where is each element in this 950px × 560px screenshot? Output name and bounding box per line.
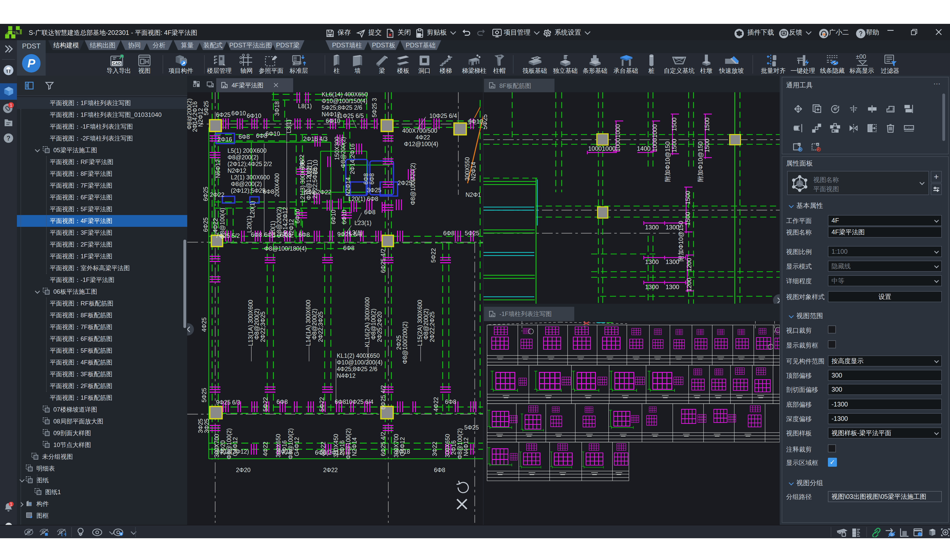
svg-text:6Φ25 4/2: 6Φ25 4/2 [380,432,387,456]
svg-text:(2Φ12);5Φ25: (2Φ12);5Φ25 [231,187,265,194]
svg-text:2Φ16 4/3: 2Φ16 4/3 [303,135,327,142]
svg-text:G4Φ12: G4Φ12 [293,437,300,456]
svg-text:1500: 1500 [684,212,691,226]
svg-text:Φ8@100Ø20(2): Φ8@100Ø20(2) [410,163,416,205]
svg-text:6Φ8: 6Φ8 [263,188,274,195]
svg-text:1400: 1400 [637,145,651,152]
svg-text:1200: 1200 [686,258,692,272]
svg-text:9Φ25 6/3: 9Φ25 6/3 [337,231,362,238]
svg-text:Φ10@100/200(4): Φ10@100/200(4) [337,359,382,366]
svg-text:L23(1): L23(1) [355,220,372,226]
svg-text:3Φ25: 3Φ25 [367,187,381,194]
svg-text:L20(1): L20(1) [249,201,256,218]
svg-text:L8(1): L8(1) [298,103,312,109]
svg-text:L13(1A) 300X600: L13(1A) 300X600 [247,300,254,346]
svg-text:5Φ25: 5Φ25 [201,388,208,402]
svg-text:1500: 1500 [703,139,711,152]
svg-text:Φ8@200(2): Φ8@200(2) [228,154,259,161]
svg-text:5Φ25: 5Φ25 [203,101,210,115]
svg-text:1500: 1500 [671,139,678,152]
svg-text:10Φ25 6/4: 10Φ25 6/4 [346,398,373,405]
svg-text:CAD: CAD [113,61,121,66]
svg-text:1000: 1000 [651,124,658,138]
svg-text:5Φ25: 5Φ25 [464,424,479,431]
svg-text:3Φ25: 3Φ25 [204,418,210,433]
svg-text:2Φ22;3Φ25: 2Φ22;3Φ25 [317,311,324,342]
svg-text:4Φ25;8Φ25 2/6: 4Φ25;8Φ25 2/6 [337,366,377,372]
svg-text:9Φ25 6/3: 9Φ25 6/3 [216,399,240,406]
svg-text:6Φ25: 6Φ25 [216,111,231,118]
svg-text:6Φ10: 6Φ10 [294,209,301,223]
svg-text:Φ8@100(4): Φ8@100(4) [219,208,226,239]
svg-text:1300: 1300 [645,283,659,291]
svg-text:Φ8@100/180(4): Φ8@100/180(4) [264,245,307,252]
svg-text:6Φ8: 6Φ8 [276,398,288,405]
svg-text:2Φ25;2Φ20: 2Φ25;2Φ20 [376,311,383,342]
svg-text:Φ10@120(2): Φ10@120(2) [305,166,312,200]
svg-text:Φ8@200(2): Φ8@200(2) [231,181,262,187]
svg-text:N2Φ12: N2Φ12 [288,219,295,238]
svg-text:Φ8@200(2): Φ8@200(2) [276,207,282,238]
svg-text:6Φ10: 6Φ10 [330,210,337,224]
svg-text:2Φ16: 2Φ16 [217,136,232,143]
svg-text:1200: 1200 [686,278,692,292]
svg-text:3Φ25: 3Φ25 [197,418,204,433]
svg-text:1000: 1000 [602,145,615,152]
svg-text:附加Φ10@150: 附加Φ10@150 [697,142,704,182]
svg-text:1: 1 [10,103,12,108]
svg-text:6Φ10: 6Φ10 [231,110,246,117]
svg-text:1500: 1500 [684,191,691,205]
svg-text:200X400: 200X400 [274,173,280,197]
svg-text:4Φ22: 4Φ22 [320,442,327,456]
svg-text:6Φ10: 6Φ10 [265,131,280,137]
svg-text:L5(1) 200X600: L5(1) 200X600 [228,148,267,154]
svg-text:6Φ10: 6Φ10 [341,210,347,224]
svg-text:L20(1): L20(1) [270,221,276,238]
svg-text:1: 1 [10,502,12,506]
svg-text:Φ8@200(2): Φ8@200(2) [253,309,260,340]
svg-text:Φ8@100(2): Φ8@100(2) [226,428,232,459]
svg-text:KL1(2) 400X650: KL1(2) 400X650 [337,352,380,359]
svg-text:6Φ8: 6Φ8 [335,398,346,405]
svg-text:300X700: 300X700 [393,434,399,457]
svg-text:6Φ8: 6Φ8 [369,173,375,185]
svg-text:4Φ22: 4Φ22 [415,134,430,141]
svg-text:?: ? [6,135,10,142]
svg-text:2Φ14;2Φ12: 2Φ14;2Φ12 [282,207,288,238]
svg-text:KL6(14) 400X650: KL6(14) 400X650 [322,92,368,98]
svg-text:Φ10@100/150(4): Φ10@100/150(4) [322,98,367,104]
svg-text:10Φ25 6/4: 10Φ25 6/4 [429,112,457,119]
svg-text:1300: 1300 [645,258,659,265]
svg-text:2Φ22;2Φ25: 2Φ22;2Φ25 [429,311,435,342]
svg-text:2Φ22: 2Φ22 [323,467,338,473]
svg-text:2Φ16: 2Φ16 [450,440,457,455]
svg-text:Φ8@200(2): Φ8@200(2) [340,137,347,168]
svg-text:5Φ25: 5Φ25 [465,230,480,237]
svg-text:L3(1): L3(1) [285,119,292,133]
svg-text:11Φ25 6/5: 11Φ25 6/5 [336,112,364,119]
svg-text:3Φ22: 3Φ22 [432,442,438,456]
svg-text:1300: 1300 [645,224,659,231]
svg-text:2Φ20: 2Φ20 [236,467,251,473]
svg-text:(2Φ12);4Φ25 2/2: (2Φ12);4Φ25 2/2 [228,161,272,168]
svg-text:4Φ25: 4Φ25 [201,317,208,332]
svg-text:1000: 1000 [614,124,621,138]
svg-text:6Φ8: 6Φ8 [239,134,250,140]
svg-text:6Φ8: 6Φ8 [443,230,455,237]
svg-text:1300: 1300 [666,283,679,291]
svg-text:5Φ25;8Φ25 2/6: 5Φ25;8Φ25 2/6 [322,104,362,111]
svg-text:L14(1A) 300X600: L14(1A) 300X600 [305,300,312,346]
svg-text:4Φ22: 4Φ22 [212,218,219,233]
svg-text:2Φ22;3Φ25: 2Φ22;3Φ25 [259,311,266,342]
svg-text:KL16(2A) 300X600: KL16(2A) 300X600 [364,297,371,347]
svg-text:4Φ22: 4Φ22 [262,442,269,456]
svg-text:6Φ25 4/2: 6Φ25 4/2 [380,249,387,273]
svg-text:N2Φ14: N2Φ14 [345,177,352,196]
svg-text:300X700: 300X700 [213,434,220,457]
svg-text:2Φ25: 2Φ25 [395,335,402,350]
svg-text:Φ8@200(2): Φ8@200(2) [311,309,318,340]
svg-text:400X700/500: 400X700/500 [402,128,437,134]
svg-text:N2Φ14: N2Φ14 [351,437,358,456]
svg-text:6Φ25: 6Φ25 [202,217,209,232]
svg-text:Φ8@100/200(2): Φ8@100/200(2) [402,322,408,364]
